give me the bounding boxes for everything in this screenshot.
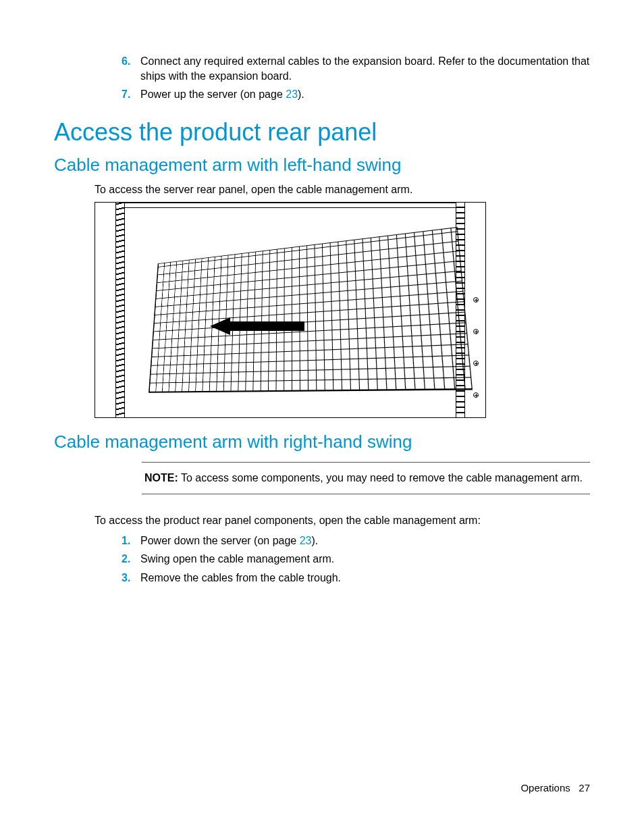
note-block: NOTE: To access some components, you may… xyxy=(142,462,590,494)
body-text-right-swing: To access the product rear panel compone… xyxy=(95,513,590,528)
note-label: NOTE: xyxy=(144,472,178,484)
step-number: 3. xyxy=(122,571,140,585)
step-number: 1. xyxy=(122,533,140,548)
list-item: 6. Connect any required external cables … xyxy=(122,54,590,83)
page-link[interactable]: 23 xyxy=(286,88,298,100)
page-footer: Operations 27 xyxy=(520,782,590,793)
footer-section: Operations xyxy=(520,782,570,793)
list-item: 2. Swing open the cable management arm. xyxy=(122,552,590,567)
footer-page-number: 27 xyxy=(579,782,590,793)
arrow-icon xyxy=(210,317,304,335)
step-text: Swing open the cable management arm. xyxy=(140,552,590,567)
figure-cable-management-arm xyxy=(95,202,486,418)
list-item: 1. Power down the server (on page 23). xyxy=(122,533,590,548)
step-text: Power down the server (on page 23). xyxy=(140,533,590,548)
step-number: 7. xyxy=(122,87,140,102)
step-text: Power up the server (on page 23). xyxy=(140,87,590,102)
step-text: Remove the cables from the cable trough. xyxy=(140,571,590,585)
list-item: 3. Remove the cables from the cable trou… xyxy=(122,571,590,585)
step-number: 6. xyxy=(122,54,140,83)
list-item: 7. Power up the server (on page 23). xyxy=(122,87,590,102)
step-number: 2. xyxy=(122,552,140,567)
body-text-left-swing: To access the server rear panel, open th… xyxy=(95,182,590,197)
svg-marker-0 xyxy=(210,317,304,335)
heading-access-rear-panel: Access the product rear panel xyxy=(54,118,590,147)
heading-right-hand-swing: Cable management arm with right-hand swi… xyxy=(54,432,590,452)
page-link[interactable]: 23 xyxy=(300,535,312,546)
continued-step-list: 6. Connect any required external cables … xyxy=(122,54,590,102)
heading-left-hand-swing: Cable management arm with left-hand swin… xyxy=(54,155,590,176)
step-text: Connect any required external cables to … xyxy=(140,54,590,83)
note-text: To access some components, you may need … xyxy=(181,472,583,484)
step-list-right-swing: 1. Power down the server (on page 23). 2… xyxy=(122,533,590,585)
